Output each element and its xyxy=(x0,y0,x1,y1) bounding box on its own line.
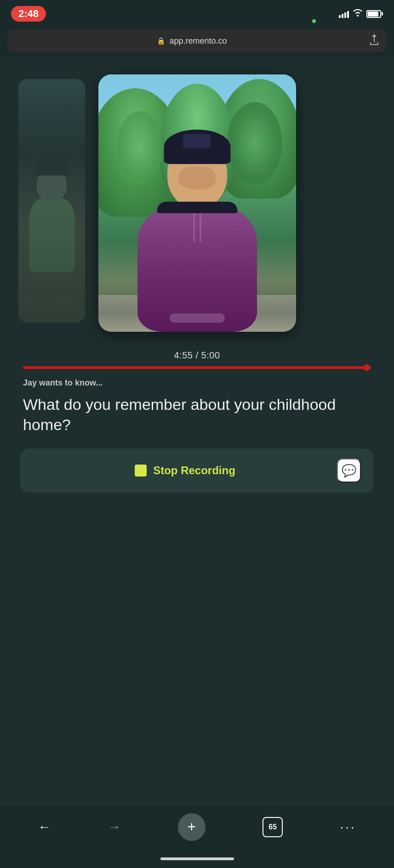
chat-bubble-icon: 💬 xyxy=(342,464,356,478)
forward-arrow-icon: → xyxy=(108,820,120,834)
home-bar xyxy=(160,857,234,860)
home-indicator xyxy=(0,850,394,868)
video-thumbnail-bg xyxy=(18,79,85,323)
share-icon[interactable] xyxy=(369,34,379,48)
tabs-count-label: 65 xyxy=(268,823,277,831)
status-bar: 2:48 xyxy=(0,0,394,26)
wifi-icon xyxy=(353,9,363,19)
recording-bar: Stop Recording 💬 xyxy=(20,448,374,493)
signal-icon xyxy=(339,10,349,18)
bottom-nav: ← → + 65 ··· xyxy=(0,804,394,850)
question-text: What do you remember about your childhoo… xyxy=(23,394,371,435)
progress-dot xyxy=(364,364,370,371)
browser-url-bar[interactable]: 🔒 app.remento.co xyxy=(7,29,387,52)
status-time: 2:48 xyxy=(11,6,46,22)
back-arrow-icon: ← xyxy=(38,820,51,834)
nav-back-button[interactable]: ← xyxy=(38,820,51,834)
time-display: 4:55 / 5:00 xyxy=(23,350,371,361)
stop-square-icon xyxy=(135,465,147,477)
tabs-count-icon: 65 xyxy=(263,817,283,837)
main-content: 4:55 / 5:00 Jay wants to know... What do… xyxy=(0,56,394,804)
person-body xyxy=(137,203,257,332)
cap-brim xyxy=(157,202,237,213)
url-text: app.remento.co xyxy=(169,36,227,46)
url-area: 🔒 app.remento.co xyxy=(15,36,369,46)
stop-recording-button[interactable]: Stop Recording xyxy=(33,464,337,477)
video-main-card xyxy=(98,74,296,332)
progress-bar xyxy=(23,366,371,369)
lock-icon: 🔒 xyxy=(157,37,166,45)
person-head xyxy=(167,139,227,208)
stop-recording-label: Stop Recording xyxy=(153,464,235,477)
more-dots-icon: ··· xyxy=(340,820,356,834)
question-area: Jay wants to know... What do you remembe… xyxy=(9,378,385,435)
person-cap xyxy=(164,130,230,164)
battery-icon xyxy=(366,10,383,18)
nav-forward-button[interactable]: → xyxy=(108,820,120,834)
recording-controls: Stop Recording 💬 xyxy=(9,448,385,493)
chat-bubble-button[interactable]: 💬 xyxy=(337,459,361,482)
person xyxy=(124,139,271,332)
camera-active-dot xyxy=(312,19,316,23)
nav-tabs-button[interactable]: 65 xyxy=(263,817,283,837)
question-prompt: Jay wants to know... xyxy=(23,378,371,388)
status-right-icons xyxy=(339,9,383,19)
progress-fill xyxy=(23,366,367,369)
video-container xyxy=(9,70,385,336)
nav-more-button[interactable]: ··· xyxy=(340,820,356,834)
time-area: 4:55 / 5:00 xyxy=(9,350,385,369)
plus-icon: + xyxy=(178,813,206,841)
nav-new-tab-button[interactable]: + xyxy=(178,813,206,841)
